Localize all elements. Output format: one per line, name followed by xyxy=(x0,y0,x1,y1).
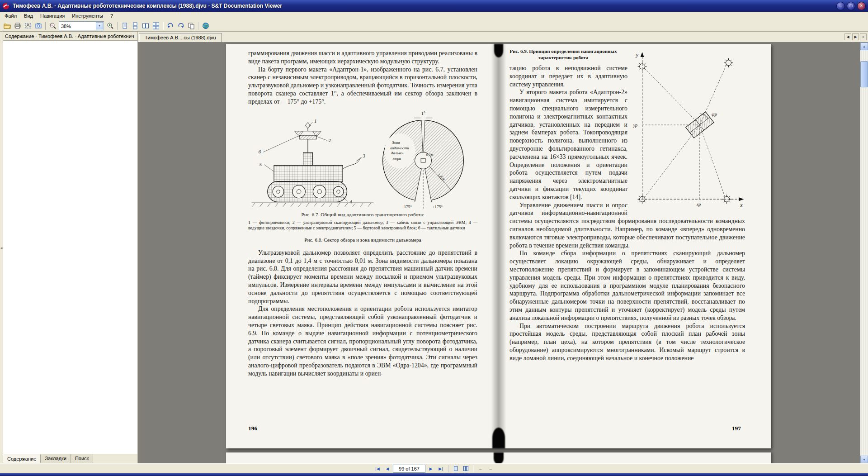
zoom-input[interactable] xyxy=(59,22,94,30)
facing-continuous-button[interactable] xyxy=(151,21,161,31)
svg-text:Зона: Зона xyxy=(392,140,400,145)
paragraph: По команде сбора информации о препятстви… xyxy=(509,249,745,322)
navbar-separator xyxy=(448,465,448,472)
svg-text:0,1м: 0,1м xyxy=(426,153,434,157)
continuous-pages-button[interactable] xyxy=(130,21,140,31)
scroll-up-button[interactable]: ▲ xyxy=(860,43,868,50)
book-page-196: граммирования движения шасси и адаптивно… xyxy=(226,44,498,448)
copy-icon xyxy=(188,22,195,29)
sidebar-tab-contents[interactable]: Содержание xyxy=(3,454,41,463)
menu-view[interactable]: Вид xyxy=(20,12,37,19)
paragraph: Для определения местоположения и ориента… xyxy=(248,305,477,377)
facing-view-button[interactable] xyxy=(461,465,470,473)
globe-icon xyxy=(202,22,209,29)
facing-view-icon-right xyxy=(466,466,468,471)
svg-text:yр: yр xyxy=(633,123,637,128)
left-page-bottom-text: Ультразвуковой дальномер позволяет опред… xyxy=(248,249,477,378)
facing-view-icon-left xyxy=(463,466,466,471)
svg-text:видимости: видимости xyxy=(390,145,409,150)
sidebar-tab-bookmarks[interactable]: Закладки xyxy=(40,454,71,463)
print-button[interactable] xyxy=(12,21,23,31)
previous-page-button[interactable]: ◀ xyxy=(383,465,392,473)
menu-help[interactable]: ? xyxy=(107,12,117,19)
paragraph: На борту первого макета «Адаптрон-1», из… xyxy=(248,66,477,106)
scrollbar-thumb[interactable] xyxy=(860,61,868,87)
scan-smudge-top xyxy=(494,44,503,57)
first-page-button[interactable]: |◀ xyxy=(373,465,382,473)
menu-tools[interactable]: Инструменты xyxy=(68,12,107,19)
zoom-in-button[interactable] xyxy=(105,21,115,31)
svg-text:5: 5 xyxy=(259,162,262,167)
maximize-button[interactable]: □ xyxy=(847,2,855,10)
zoom-out-button[interactable] xyxy=(47,21,58,31)
settings-globe-button[interactable] xyxy=(200,21,211,31)
rotate-left-button[interactable] xyxy=(165,21,175,31)
printer-icon xyxy=(14,22,21,29)
vertical-scrollbar[interactable]: ▲ ▼ xyxy=(860,42,868,463)
toolbar-separator xyxy=(117,22,118,30)
scan-smudge-next xyxy=(494,452,504,463)
svg-text:y: y xyxy=(636,52,639,58)
document-tab-bar: Тимофеев А.В....сы (1988).djvu ◀ ▶ × xyxy=(138,32,868,42)
page-indicator-input[interactable] xyxy=(393,465,425,473)
facing-continuous-icon xyxy=(152,22,160,29)
sidebar-collapse-grip[interactable]: ◀ xyxy=(0,32,3,463)
document-tab[interactable]: Тимофеев А.В....сы (1988).djvu xyxy=(139,33,222,42)
figure-6-7-and-6-8: 1 2 3 4 5 xyxy=(248,109,477,210)
sidebar-tab-search[interactable]: Поиск xyxy=(71,454,93,463)
window-bottom-border xyxy=(0,473,868,476)
minimize-button[interactable]: – xyxy=(836,2,845,10)
figure-6-8-caption: Рис. 6.8. Сектор обзора и зона видимости… xyxy=(248,236,477,244)
application-window: Тимофеев А.В. - Адаптивные робототехниче… xyxy=(0,0,868,476)
svg-text:6: 6 xyxy=(259,149,261,154)
select-text-button[interactable] xyxy=(23,21,33,31)
history-forward-button[interactable]: → xyxy=(486,465,495,473)
last-page-button[interactable]: ▶| xyxy=(436,465,445,473)
tab-close-button[interactable]: × xyxy=(860,33,867,40)
snapshot-icon xyxy=(35,22,42,29)
svg-text:4: 4 xyxy=(349,200,352,205)
figure-6-7-legend: 1 — фотоприемники; 2 — ультразвуковой ск… xyxy=(248,220,477,231)
figure-6-9: y x xyxy=(632,48,745,215)
figure-6-7-robot-drawing: 1 2 3 4 5 xyxy=(248,114,377,210)
scrollbar-track[interactable] xyxy=(860,50,868,456)
tab-controls: ◀ ▶ × xyxy=(844,33,867,40)
history-back-button[interactable]: ← xyxy=(476,465,485,473)
open-button[interactable] xyxy=(2,21,12,31)
toolbar: ▼ xyxy=(0,20,868,32)
copy-button[interactable] xyxy=(186,21,196,31)
titlebar: Тимофеев А.В. - Адаптивные робототехниче… xyxy=(0,0,868,12)
facing-pages-icon xyxy=(142,22,149,29)
paragraph: При автоматическом построении маршрута д… xyxy=(509,322,745,362)
paragraph: Ультразвуковой дальномер позволяет опред… xyxy=(248,249,477,305)
svg-text:ψр: ψр xyxy=(712,111,717,117)
single-page-view-button[interactable] xyxy=(451,465,460,473)
snapshot-button[interactable] xyxy=(33,21,43,31)
tab-scroll-right-button[interactable]: ▶ xyxy=(852,33,859,40)
document-canvas[interactable]: граммирования движения шасси и адаптивно… xyxy=(138,42,860,463)
navbar-separator xyxy=(473,465,473,472)
contents-tree-panel[interactable] xyxy=(3,41,138,454)
scroll-down-button[interactable]: ▼ xyxy=(860,456,868,463)
close-button[interactable]: × xyxy=(857,2,866,10)
rotate-right-button[interactable] xyxy=(175,21,186,31)
svg-text:xр: xр xyxy=(696,202,701,207)
single-page-view-icon xyxy=(454,466,458,471)
menu-navigation[interactable]: Навигация xyxy=(37,12,68,19)
svg-text:2: 2 xyxy=(329,138,331,143)
paragraph: граммирования движения шасси и адаптивно… xyxy=(248,49,477,66)
rotate-left-icon xyxy=(167,22,174,29)
zoom-dropdown-arrow-icon[interactable]: ▼ xyxy=(96,22,103,29)
main-area: ◀ Содержание - Тимофеев А.В. - Адаптивны… xyxy=(0,32,868,463)
page-navigation-bar: |◀ ◀ ▶ ▶| ← → xyxy=(0,463,868,473)
figure-6-8-sector-diagram: 1° Зона видимости дально- мера xyxy=(377,109,469,210)
page-spread: граммирования движения шасси и адаптивно… xyxy=(226,44,771,448)
menu-file[interactable]: Файл xyxy=(1,12,20,19)
single-page-button[interactable] xyxy=(119,21,130,31)
facing-pages-button[interactable] xyxy=(140,21,151,31)
zoom-combobox[interactable]: ▼ xyxy=(59,21,104,30)
svg-text:дально-: дально- xyxy=(391,151,404,155)
sidebar-header: Содержание - Тимофеев А.В. - Адаптивные … xyxy=(3,32,138,41)
tab-scroll-left-button[interactable]: ◀ xyxy=(844,33,851,40)
next-page-button[interactable]: ▶ xyxy=(426,465,435,473)
